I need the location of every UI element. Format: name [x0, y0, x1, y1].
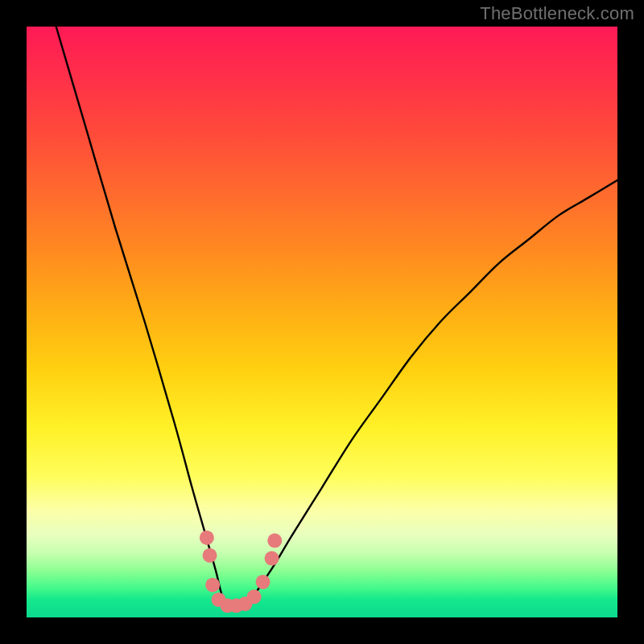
curve-dot	[203, 548, 217, 563]
curve-dot	[247, 589, 262, 604]
bottleneck-curve	[56, 27, 617, 609]
curve-layer	[27, 27, 617, 617]
curve-dot	[265, 551, 279, 566]
curve-dot	[267, 534, 282, 548]
watermark-text: TheBottleneck.com	[480, 3, 634, 24]
curve-dot	[256, 575, 270, 589]
plot-area	[27, 27, 617, 617]
curve-dot	[205, 578, 220, 592]
chart-frame: TheBottleneck.com	[0, 0, 644, 644]
curve-dot	[200, 530, 214, 545]
